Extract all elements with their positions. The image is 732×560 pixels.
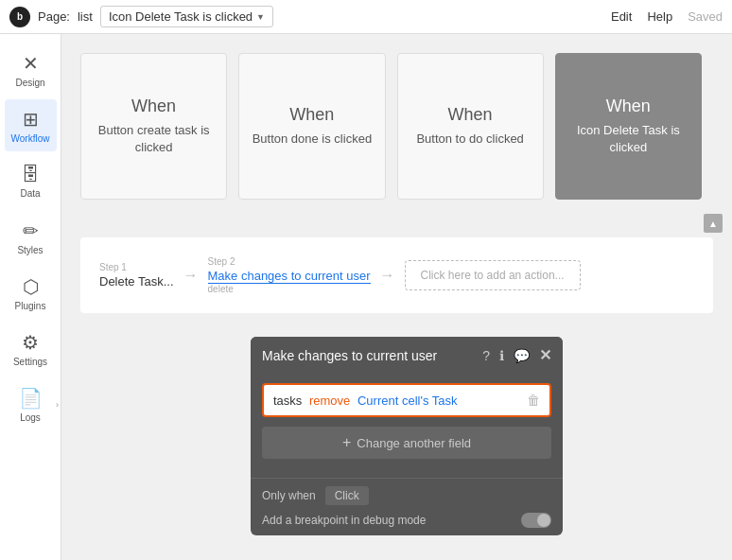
workflow-card-1[interactable]: When Button done is clicked [238,53,385,200]
step-2-label: Step 2 [208,256,371,267]
popup-title: Make changes to current user [262,348,437,363]
design-icon: ✕ [23,52,39,75]
workflow-cards-row: When Button create task is clicked When … [61,34,732,237]
top-bar: b Page: list Icon Delete Task is clicked… [0,0,732,34]
sidebar-item-styles[interactable]: ✏ Styles [5,211,57,263]
styles-icon: ✏ [23,219,39,242]
sidebar-item-label: Styles [17,245,43,255]
sidebar-item-label: Design [15,78,44,88]
when-label-1: When [289,105,334,125]
chevron-up-icon: ▲ [708,219,718,229]
scroll-up-indicator[interactable]: ▲ [704,214,723,233]
page-label: Page: [38,9,70,24]
only-when-button[interactable]: Click [325,486,369,505]
field-action: remove [309,394,350,408]
close-button[interactable]: ✕ [539,346,551,364]
popup-make-changes: Make changes to current user ? ℹ 💬 ✕ tas… [251,337,563,535]
workflow-card-2[interactable]: When Button to do clicked [397,53,544,200]
app-logo: b [9,7,30,27]
workflow-dropdown[interactable]: Icon Delete Task is clicked ▼ [100,6,273,27]
logs-icon: 📄 [19,387,43,410]
step-2-sub: delete [208,284,371,294]
step-2-box: Step 2 Make changes to current user dele… [208,256,371,294]
debug-toggle[interactable] [521,513,551,528]
only-when-row: Only when Click [262,486,551,505]
add-field-label: Change another field [357,436,471,450]
sidebar-item-settings[interactable]: ⚙ Settings [5,323,57,375]
sidebar: ✕ Design ⊞ Workflow 🗄 Data ✏ Styles ⬡ Pl… [0,34,61,560]
collapse-arrow-icon: › [56,400,59,410]
step-arrow-2: → [380,267,395,284]
card-desc-1: Button done is clicked [253,131,372,148]
sidebar-item-plugins[interactable]: ⬡ Plugins [5,267,57,319]
delete-field-icon[interactable]: 🗑 [527,393,540,408]
sidebar-item-design[interactable]: ✕ Design [5,44,57,96]
popup-body: tasks remove Current cell's Task 🗑 + Cha… [251,374,563,478]
sidebar-item-label: Data [20,188,40,199]
workflow-card-3[interactable]: When Icon Delete Task is clicked [555,53,702,200]
popup-icon-group: ? ℹ 💬 ✕ [482,346,551,364]
sidebar-item-label: Settings [13,357,47,367]
step-arrow-1: → [183,267,199,284]
comment-icon[interactable]: 💬 [514,348,530,363]
workflow-icon: ⊞ [23,108,39,131]
step-1-label: Step 1 [99,262,174,272]
step-1-name[interactable]: Delete Task... [99,274,174,289]
top-bar-actions: Edit Help Saved [611,9,723,24]
card-desc-3: Icon Delete Task is clicked [566,122,691,156]
sidebar-item-workflow[interactable]: ⊞ Workflow [5,99,57,151]
saved-status: Saved [688,9,723,24]
data-icon: 🗄 [21,164,40,185]
step-2-name[interactable]: Make changes to current user [208,269,371,284]
page-name: list [78,9,93,24]
workflow-dropdown-label: Icon Delete Task is clicked [109,9,253,24]
field-key: tasks [273,394,302,408]
when-label-0: When [131,96,176,116]
info-icon[interactable]: ℹ [499,348,504,363]
popup-header: Make changes to current user ? ℹ 💬 ✕ [251,337,563,374]
dropdown-arrow-icon: ▼ [256,12,265,22]
plugins-icon: ⬡ [23,275,39,298]
add-field-button[interactable]: + Change another field [262,427,551,459]
settings-icon: ⚙ [22,331,39,354]
when-label-3: When [606,96,651,116]
sidebar-item-logs[interactable]: 📄 Logs › [5,378,57,430]
only-when-label: Only when [262,489,316,502]
sidebar-item-label: Plugins [15,301,46,311]
workflow-card-0[interactable]: When Button create task is clicked [80,53,227,200]
debug-label: Add a breakpoint in debug mode [262,514,426,527]
card-desc-0: Button create task is clicked [91,122,217,156]
card-desc-2: Button to do clicked [416,131,523,148]
field-row[interactable]: tasks remove Current cell's Task 🗑 [262,383,551,417]
sidebar-item-label: Logs [20,412,41,423]
debug-toggle-knob [537,514,550,527]
step-flow: Step 1 Delete Task... → Step 2 Make chan… [80,237,713,313]
field-row-text: tasks remove Current cell's Task [273,394,458,408]
edit-button[interactable]: Edit [611,9,632,24]
field-value: Current cell's Task [357,394,458,408]
help-button[interactable]: Help [647,9,672,24]
popup-footer: Only when Click Add a breakpoint in debu… [251,478,563,535]
main-content: When Button create task is clicked When … [61,34,732,560]
when-label-2: When [448,105,493,125]
plus-icon: + [342,434,351,451]
step-1-box: Step 1 Delete Task... [99,262,174,289]
sidebar-item-label: Workflow [11,133,50,144]
add-action-button[interactable]: Click here to add an action... [405,260,581,290]
sidebar-item-data[interactable]: 🗄 Data [5,155,57,207]
help-icon[interactable]: ? [482,348,490,363]
debug-row: Add a breakpoint in debug mode [262,513,551,528]
